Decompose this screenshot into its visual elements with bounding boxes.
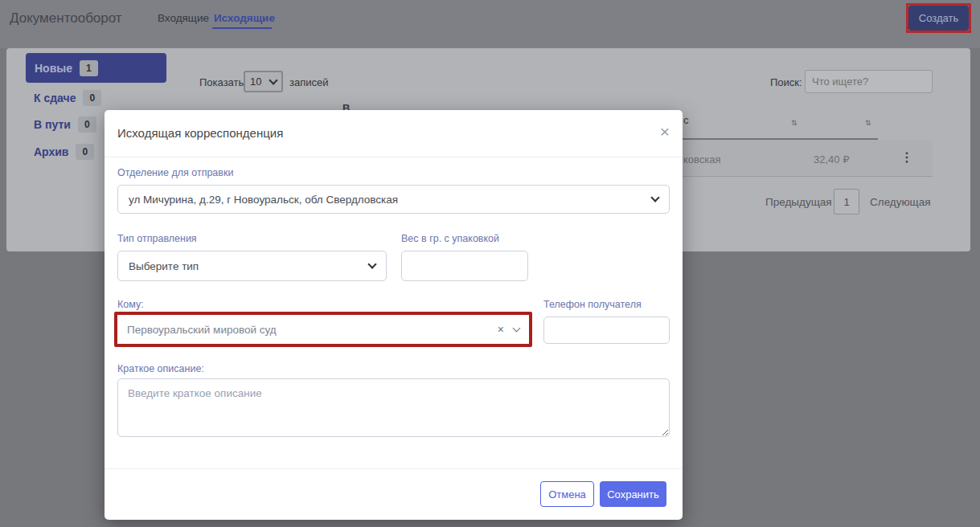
sidebar-item-new[interactable]: Новые 1 [26,53,166,83]
chevron-down-icon [367,259,376,268]
description-textarea[interactable] [117,378,670,437]
top-header-bar: Документооборот Входящие Исходящие Созда… [0,0,980,48]
sort-icon[interactable]: ⇅ [791,119,798,127]
phone-input[interactable] [543,317,670,344]
modal-title: Исходящая корреспонденция [117,126,283,140]
app-window: Документооборот Входящие Исходящие Созда… [0,0,980,527]
page-size-select[interactable]: 10 [244,71,283,92]
sidebar-item-label: В пути [34,118,71,131]
sidebar-item-to-hand-over[interactable]: К сдаче 0 [34,90,101,106]
divider [105,157,683,157]
clear-icon[interactable]: × [498,323,504,336]
records-label: записей [289,76,328,88]
weight-input[interactable] [401,251,528,281]
table-header-fragment: с [683,114,689,126]
count-badge: 1 [80,60,98,76]
pagination-page-1[interactable]: 1 [834,189,859,214]
chevron-down-icon[interactable] [513,325,521,333]
tab-outgoing[interactable]: Исходящие [214,12,275,24]
chevron-down-icon [269,76,277,84]
sidebar-item-label: К сдаче [34,92,76,104]
divider [105,468,683,469]
page-size-value: 10 [250,76,261,88]
save-button[interactable]: Сохранить [600,481,666,507]
department-label: Отделение для отправки [117,167,233,178]
count-badge: 0 [83,90,101,106]
sort-icon[interactable]: ⇅ [865,119,871,127]
type-select[interactable]: Выберите тип [117,251,387,281]
type-label: Тип отправления [117,233,197,244]
department-select-value: ул Мичурина, д.29, г Новоуральск, обл Св… [129,194,398,206]
sidebar-item-label: Новые [35,62,72,75]
recipient-label: Кому: [117,299,144,310]
active-tab-underline [212,27,272,29]
sidebar-item-in-transit[interactable]: В пути 0 [34,116,96,133]
row-address-cell: ковская [683,153,721,165]
highlight-box-create [906,3,971,33]
pagination-next[interactable]: Следующая [870,196,931,208]
kebab-menu-icon[interactable]: ⋮ [900,149,913,165]
search-label: Поиск: [770,76,802,88]
tab-incoming[interactable]: Входящие [158,12,209,24]
sidebar-item-label: Архив [34,145,68,158]
outgoing-correspondence-modal: Исходящая корреспонденция × Отделение дл… [105,110,683,520]
count-badge: 0 [78,116,96,133]
description-label: Краткое описание: [117,363,204,374]
type-select-value: Выберите тип [129,260,199,272]
department-select[interactable]: ул Мичурина, д.29, г Новоуральск, обл Св… [117,185,670,214]
search-input[interactable] [805,70,933,93]
cancel-button[interactable]: Отмена [540,481,594,507]
sidebar-item-archive[interactable]: Архив 0 [34,144,94,160]
row-price-cell: 32,40 ₽ [814,153,849,165]
recipient-value: Первоуральский мировой суд [127,324,277,336]
close-icon[interactable]: × [660,123,670,140]
recipient-combobox[interactable]: Первоуральский мировой суд × [117,316,529,343]
chevron-down-icon [650,193,659,202]
phone-label: Телефон получателя [543,299,642,310]
page-title: Документооборот [10,10,122,27]
weight-label: Вес в гр. с упаковкой [401,233,499,244]
count-badge: 0 [76,144,94,160]
pagination-prev[interactable]: Предыдущая [765,196,832,208]
show-label: Показать [199,76,244,88]
